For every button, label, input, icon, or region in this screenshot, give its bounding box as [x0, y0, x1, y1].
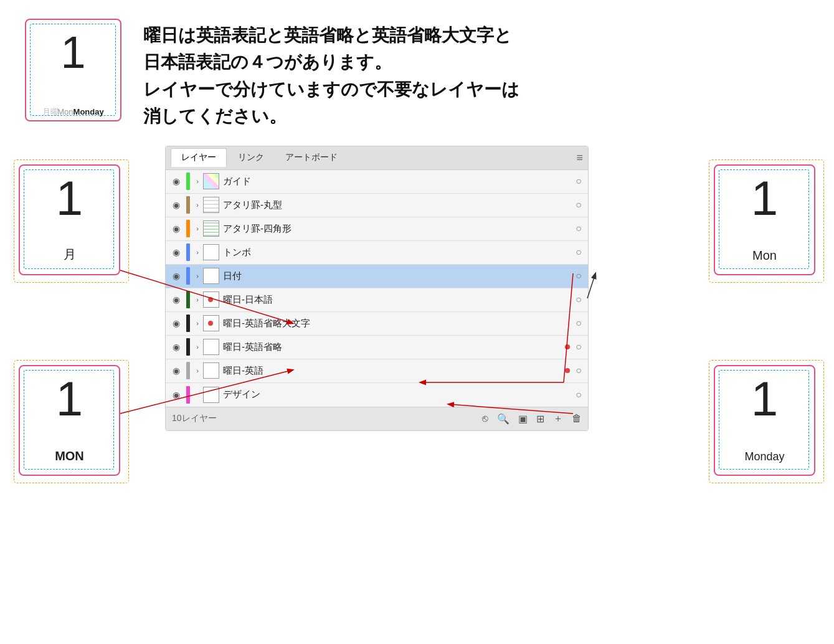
layer-add-icon[interactable]: ＋	[553, 412, 563, 425]
layer-expand-arrow[interactable]: ›	[192, 272, 203, 280]
layer-color-indicator	[186, 267, 190, 285]
layer-color-indicator	[186, 196, 190, 214]
layer-expand-arrow[interactable]: ›	[192, 296, 203, 303]
tile-bottom-right-container: 1 Monday	[714, 365, 815, 476]
instruction-text: 曜日は英語表記と英語省略と英語省略大文字と 日本語表記の４つがあります。 レイヤ…	[143, 19, 809, 130]
panel-menu-icon[interactable]: ≡	[576, 151, 583, 164]
layer-thumbnail	[203, 173, 219, 189]
layer-expand-arrow[interactable]: ›	[192, 249, 203, 256]
layer-expand-arrow[interactable]: ›	[192, 320, 203, 327]
layer-name: 曜日-日本語	[223, 294, 572, 306]
layer-search-icon[interactable]: 🔍	[497, 413, 509, 425]
layer-row[interactable]: ◉ › 曜日-英語省略 ○	[166, 336, 588, 359]
layer-delete-icon[interactable]: 🗑	[572, 413, 582, 424]
layer-count-label: 10レイヤー	[172, 413, 217, 424]
layer-row[interactable]: ◉ › アタリ罫-丸型 ○	[166, 194, 588, 217]
layer-target-icon[interactable]: ○	[572, 389, 585, 400]
layer-color-indicator	[186, 315, 190, 332]
layer-row[interactable]: ◉ › 曜日-英語省略大文字 ○	[166, 312, 588, 336]
layer-expand-arrow[interactable]: ›	[192, 178, 203, 185]
layer-name: 日付	[223, 270, 572, 282]
layer-name: デザイン	[223, 389, 572, 400]
layer-row[interactable]: ◉ › 曜日-日本語 ○	[166, 288, 588, 312]
tile-top-left: 1 月	[19, 164, 120, 275]
layer-thumbnail	[203, 387, 219, 403]
tab-links[interactable]: リンク	[228, 149, 274, 166]
layer-export-icon[interactable]: ⎋	[482, 413, 488, 424]
layer-dot-indicator	[565, 344, 570, 349]
demo-tile: 1 月曜MonMonday	[25, 19, 125, 128]
layer-visibility-icon[interactable]: ◉	[168, 224, 184, 234]
tile-number: 1	[714, 374, 815, 423]
tile-label: Monday	[714, 450, 815, 463]
layer-name: アタリ罫-四角形	[223, 223, 572, 235]
layer-name: 曜日-英語省略大文字	[223, 318, 572, 329]
instruction-line3: レイヤーで分けていますので不要なレイヤーは	[143, 76, 809, 103]
demo-tile-labels: 月曜MonMonday	[25, 106, 121, 118]
layer-thumbnail	[203, 291, 219, 308]
tile-number: 1	[714, 174, 815, 222]
layer-color-indicator	[186, 386, 190, 404]
layer-visibility-icon[interactable]: ◉	[168, 176, 184, 186]
tile-bottom-left-container: 1 MON	[19, 365, 120, 476]
layer-target-icon[interactable]: ○	[572, 176, 585, 187]
layer-panel-tabs: レイヤー リンク アートボード ≡	[166, 146, 588, 170]
layer-target-icon[interactable]: ○	[572, 199, 585, 211]
layer-expand-arrow[interactable]: ›	[192, 367, 203, 374]
layer-name: 曜日-英語省略	[223, 341, 562, 353]
top-section: 1 月曜MonMonday 曜日は英語表記と英語省略と英語省略大文字と 日本語表…	[0, 0, 834, 143]
layer-color-indicator	[186, 220, 190, 237]
middle-content: レイヤー リンク アートボード ≡ ◉ › ガイド ○ ◉ › アタリ罫-	[0, 146, 834, 495]
layer-thumbnail	[203, 197, 219, 213]
tile-label: Mon	[714, 249, 815, 263]
layer-target-icon[interactable]: ○	[572, 270, 585, 282]
layer-dot-indicator	[208, 321, 213, 326]
tile-top-right: 1 Mon	[714, 164, 815, 275]
layer-name: アタリ罫-丸型	[223, 199, 572, 211]
layer-color-indicator	[186, 291, 190, 308]
layer-color-indicator	[186, 244, 190, 261]
layer-thumbnail	[203, 339, 219, 355]
layer-color-indicator	[186, 362, 190, 379]
layer-dot-indicator	[565, 368, 570, 373]
layer-row[interactable]: ◉ › 曜日-英語 ○	[166, 359, 588, 383]
layer-thumbnail	[203, 244, 219, 260]
layer-visibility-icon[interactable]: ◉	[168, 200, 184, 210]
demo-tile-number: 1	[25, 30, 121, 75]
layer-visibility-icon[interactable]: ◉	[168, 342, 184, 352]
layer-row-selected[interactable]: ◉ › 日付 ○	[166, 265, 588, 288]
layer-visibility-icon[interactable]: ◉	[168, 247, 184, 257]
layer-name: ガイド	[223, 176, 572, 187]
layer-target-icon[interactable]: ○	[572, 365, 585, 376]
tab-artboard[interactable]: アートボード	[275, 149, 348, 166]
layer-visibility-icon[interactable]: ◉	[168, 318, 184, 328]
layer-group-icon[interactable]: ⊞	[536, 413, 544, 425]
layer-row[interactable]: ◉ › デザイン ○	[166, 383, 588, 407]
instruction-line4: 消してください。	[143, 103, 809, 130]
tile-label: MON	[19, 449, 120, 463]
layer-visibility-icon[interactable]: ◉	[168, 295, 184, 305]
tile-bottom-right: 1 Monday	[714, 365, 815, 476]
layer-color-indicator	[186, 338, 190, 356]
layer-row[interactable]: ◉ › ガイド ○	[166, 170, 588, 194]
layer-row[interactable]: ◉ › アタリ罫-四角形 ○	[166, 217, 588, 241]
layer-visibility-icon[interactable]: ◉	[168, 390, 184, 400]
layer-target-icon[interactable]: ○	[572, 247, 585, 258]
tab-layers[interactable]: レイヤー	[171, 148, 227, 167]
layer-target-icon[interactable]: ○	[572, 223, 585, 234]
layer-visibility-icon[interactable]: ◉	[168, 366, 184, 376]
tile-number: 1	[19, 174, 120, 222]
layer-expand-arrow[interactable]: ›	[192, 201, 203, 209]
layer-footer: 10レイヤー ⎋ 🔍 ▣ ⊞ ＋ 🗑	[166, 407, 588, 430]
layer-visibility-icon[interactable]: ◉	[168, 271, 184, 281]
layer-expand-arrow[interactable]: ›	[192, 225, 203, 232]
layer-expand-arrow[interactable]: ›	[192, 343, 203, 351]
layer-save-icon[interactable]: ▣	[518, 413, 528, 425]
tile-top-left-container: 1 月	[19, 164, 120, 275]
tile-bottom-left: 1 MON	[19, 365, 120, 476]
layer-target-icon[interactable]: ○	[572, 318, 585, 329]
layer-target-icon[interactable]: ○	[572, 294, 585, 305]
layer-row[interactable]: ◉ › トンボ ○	[166, 241, 588, 265]
tile-number: 1	[19, 374, 120, 423]
layer-target-icon[interactable]: ○	[572, 341, 585, 353]
